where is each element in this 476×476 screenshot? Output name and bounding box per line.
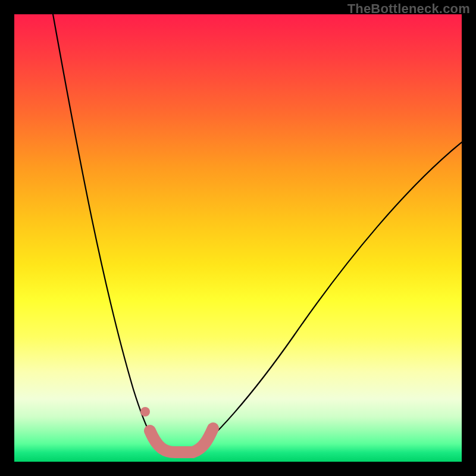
marker-dot: [140, 407, 150, 416]
curve-left: [53, 14, 166, 452]
marker-stroke: [150, 428, 213, 452]
curve-right: [193, 142, 462, 452]
chart-overlay: [14, 14, 462, 462]
